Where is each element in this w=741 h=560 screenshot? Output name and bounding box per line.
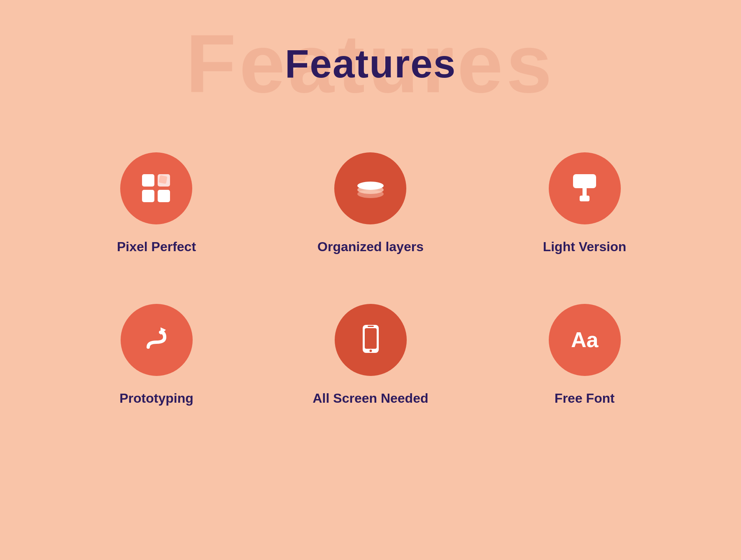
svg-rect-10	[583, 188, 587, 196]
feature-prototyping: Prototyping	[119, 304, 193, 406]
paint-icon	[568, 170, 601, 207]
pixel-perfect-label: Pixel Perfect	[117, 239, 196, 254]
free-font-icon-circle: Aa	[549, 304, 621, 376]
features-grid: Pixel Perfect Organized layers	[91, 152, 650, 406]
svg-rect-0	[142, 174, 154, 187]
feature-organized-layers: Organized layers	[317, 152, 424, 254]
organized-layers-label: Organized layers	[317, 239, 424, 254]
free-font-label: Free Font	[555, 391, 615, 406]
svg-rect-9	[573, 174, 596, 188]
svg-rect-4	[159, 175, 168, 184]
organized-layers-icon-circle	[334, 152, 406, 224]
svg-point-17	[369, 350, 372, 352]
svg-rect-16	[368, 326, 374, 327]
feature-pixel-perfect: Pixel Perfect	[117, 152, 196, 254]
feature-all-screen: All Screen Needed	[313, 304, 429, 406]
grid-icon	[138, 170, 175, 207]
all-screen-icon-circle	[335, 304, 407, 376]
light-version-label: Light Version	[543, 239, 627, 254]
svg-text:Aa: Aa	[571, 328, 599, 352]
svg-rect-2	[142, 190, 154, 202]
feature-free-font: Aa Free Font	[549, 304, 621, 406]
light-version-icon-circle	[549, 152, 621, 224]
screen-icon	[355, 322, 386, 359]
prototype-icon	[138, 322, 175, 359]
prototyping-icon-circle	[121, 304, 193, 376]
layers-icon	[352, 170, 389, 207]
pixel-perfect-icon-circle	[120, 152, 192, 224]
font-icon: Aa	[566, 322, 603, 359]
prototyping-label: Prototyping	[119, 391, 193, 406]
page-title: Features	[285, 41, 456, 86]
svg-rect-14	[365, 328, 377, 349]
svg-rect-3	[158, 190, 170, 202]
feature-light-version: Light Version	[543, 152, 627, 254]
all-screen-label: All Screen Needed	[313, 391, 429, 406]
svg-rect-11	[580, 196, 590, 201]
